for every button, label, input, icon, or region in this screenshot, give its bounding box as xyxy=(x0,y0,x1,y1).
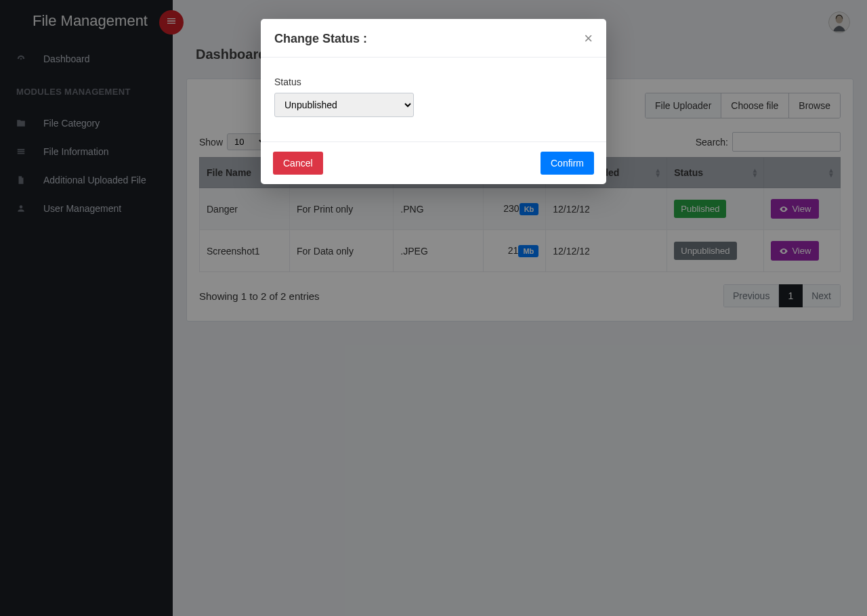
change-status-modal: Change Status : × Status Unpublished Can… xyxy=(261,19,606,184)
status-label: Status xyxy=(274,76,593,87)
cancel-button[interactable]: Cancel xyxy=(273,152,323,175)
modal-overlay[interactable]: Change Status : × Status Unpublished Can… xyxy=(0,0,867,616)
status-select[interactable]: Unpublished xyxy=(274,93,414,117)
confirm-button[interactable]: Confirm xyxy=(541,152,594,175)
modal-close-button[interactable]: × xyxy=(584,31,593,46)
modal-title: Change Status : xyxy=(274,32,367,46)
